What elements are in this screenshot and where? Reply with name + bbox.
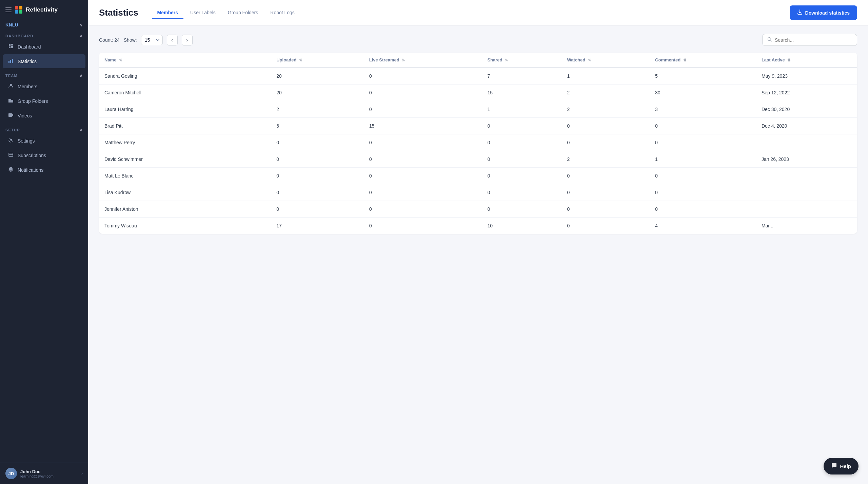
tab-bar: Members User Labels Group Folders Robot …	[152, 7, 300, 19]
main-content: Statistics Members User Labels Group Fol…	[88, 0, 868, 484]
search-icon	[767, 37, 772, 43]
cell-commented: 0	[650, 118, 756, 134]
hamburger-menu[interactable]	[5, 7, 12, 12]
show-label: Show:	[124, 37, 137, 43]
cell-commented: 30	[650, 85, 756, 101]
table-row: Brad Pitt615000Dec 4, 2020	[99, 118, 857, 134]
sidebar-item-videos[interactable]: Videos	[3, 109, 85, 123]
svg-rect-1	[10, 60, 11, 63]
download-icon	[797, 10, 803, 16]
col-header-commented[interactable]: Commented ⇅	[650, 53, 756, 68]
cell-shared: 7	[482, 68, 561, 85]
tab-members[interactable]: Members	[152, 7, 183, 19]
help-chat-icon	[831, 463, 837, 470]
cell-last_active	[756, 201, 857, 218]
show-select[interactable]: 15 25 50 100	[141, 35, 163, 45]
col-header-last-active[interactable]: Last Active ⇅	[756, 53, 857, 68]
cell-shared: 15	[482, 85, 561, 101]
cell-commented: 0	[650, 184, 756, 201]
sidebar-item-videos-label: Videos	[18, 113, 32, 118]
table-row: Matthew Perry00000	[99, 134, 857, 151]
cell-commented: 5	[650, 68, 756, 85]
cell-uploaded: 0	[271, 201, 364, 218]
user-profile-arrow-icon[interactable]: ›	[81, 471, 83, 476]
table-row: Sandra Gosling200715May 9, 2023	[99, 68, 857, 85]
sidebar-item-group-folders[interactable]: Group Folders	[3, 94, 85, 108]
cell-watched: 0	[562, 201, 650, 218]
cell-uploaded: 20	[271, 68, 364, 85]
content-area: Count: 24 Show: 15 25 50 100 ‹ ›	[88, 26, 868, 484]
cell-commented: 0	[650, 134, 756, 151]
next-page-button[interactable]: ›	[182, 35, 193, 45]
cell-shared: 1	[482, 101, 561, 118]
col-header-shared[interactable]: Shared ⇅	[482, 53, 561, 68]
cell-live_streamed: 0	[364, 134, 482, 151]
org-name: KNLU	[5, 22, 18, 27]
cell-commented: 1	[650, 151, 756, 168]
col-header-watched[interactable]: Watched ⇅	[562, 53, 650, 68]
cell-watched: 0	[562, 134, 650, 151]
table-row: Jennifer Aniston00000	[99, 201, 857, 218]
cell-last_active: Mar...	[756, 218, 857, 234]
tab-group-folders[interactable]: Group Folders	[222, 7, 263, 19]
logo	[15, 6, 22, 14]
cell-live_streamed: 0	[364, 168, 482, 184]
cell-last_active: Dec 30, 2020	[756, 101, 857, 118]
sort-watched-icon: ⇅	[588, 58, 591, 62]
sort-shared-icon: ⇅	[505, 58, 508, 62]
cell-live_streamed: 0	[364, 184, 482, 201]
tab-robot-logs[interactable]: Robot Logs	[265, 7, 300, 19]
sidebar-item-notifications-label: Notifications	[18, 167, 43, 173]
sidebar-item-members-label: Members	[18, 84, 37, 89]
download-statistics-button[interactable]: Download statistics	[790, 5, 857, 20]
cell-live_streamed: 0	[364, 68, 482, 85]
subscriptions-icon	[8, 152, 14, 159]
table-row: Tommy Wiseau1701004Mar...	[99, 218, 857, 234]
table-row: Cameron Mitchell20015230Sep 12, 2022	[99, 85, 857, 101]
sidebar-item-settings[interactable]: Settings	[3, 134, 85, 148]
col-header-name[interactable]: Name ⇅	[99, 53, 271, 68]
sidebar-item-group-folders-label: Group Folders	[18, 98, 48, 104]
sidebar-item-dashboard[interactable]: Dashboard	[3, 40, 85, 54]
help-button[interactable]: Help	[824, 458, 859, 474]
table-body: Sandra Gosling200715May 9, 2023Cameron M…	[99, 68, 857, 234]
sidebar-item-statistics[interactable]: Statistics	[3, 54, 85, 68]
sort-last-active-icon: ⇅	[787, 58, 790, 62]
user-info: John Doe learning@swivl.com	[20, 469, 78, 478]
cell-last_active	[756, 184, 857, 201]
cell-watched: 1	[562, 68, 650, 85]
cell-name: Jennifer Aniston	[99, 201, 271, 218]
col-header-live-streamed[interactable]: Live Streamed ⇅	[364, 53, 482, 68]
page-title: Statistics	[99, 7, 138, 18]
sidebar-item-notifications[interactable]: Notifications	[3, 163, 85, 177]
cell-uploaded: 20	[271, 85, 364, 101]
table-row: David Schwimmer00021Jan 26, 2023	[99, 151, 857, 168]
cell-uploaded: 0	[271, 184, 364, 201]
table-row: Matt Le Blanc00000	[99, 168, 857, 184]
search-input[interactable]	[775, 37, 852, 43]
cell-last_active: May 9, 2023	[756, 68, 857, 85]
cell-shared: 0	[482, 118, 561, 134]
cell-name: Matthew Perry	[99, 134, 271, 151]
prev-page-button[interactable]: ‹	[167, 35, 178, 45]
org-selector[interactable]: KNLU ∨	[0, 20, 88, 29]
svg-rect-4	[8, 113, 12, 117]
cell-commented: 0	[650, 201, 756, 218]
cell-name: Laura Harring	[99, 101, 271, 118]
cell-live_streamed: 15	[364, 118, 482, 134]
tab-user-labels[interactable]: User Labels	[185, 7, 221, 19]
table-row: Laura Harring20123Dec 30, 2020	[99, 101, 857, 118]
svg-rect-2	[12, 59, 13, 63]
cell-commented: 0	[650, 168, 756, 184]
sidebar-item-subscriptions[interactable]: Subscriptions	[3, 148, 85, 162]
cell-name: Cameron Mitchell	[99, 85, 271, 101]
col-header-uploaded[interactable]: Uploaded ⇅	[271, 53, 364, 68]
user-profile-section: JD John Doe learning@swivl.com ›	[0, 463, 88, 484]
team-section-chevron-icon: ∧	[80, 73, 83, 78]
cell-name: David Schwimmer	[99, 151, 271, 168]
sidebar-item-members[interactable]: Members	[3, 79, 85, 93]
cell-name: Sandra Gosling	[99, 68, 271, 85]
cell-live_streamed: 0	[364, 201, 482, 218]
statistics-icon	[8, 58, 14, 64]
cell-last_active: Sep 12, 2022	[756, 85, 857, 101]
